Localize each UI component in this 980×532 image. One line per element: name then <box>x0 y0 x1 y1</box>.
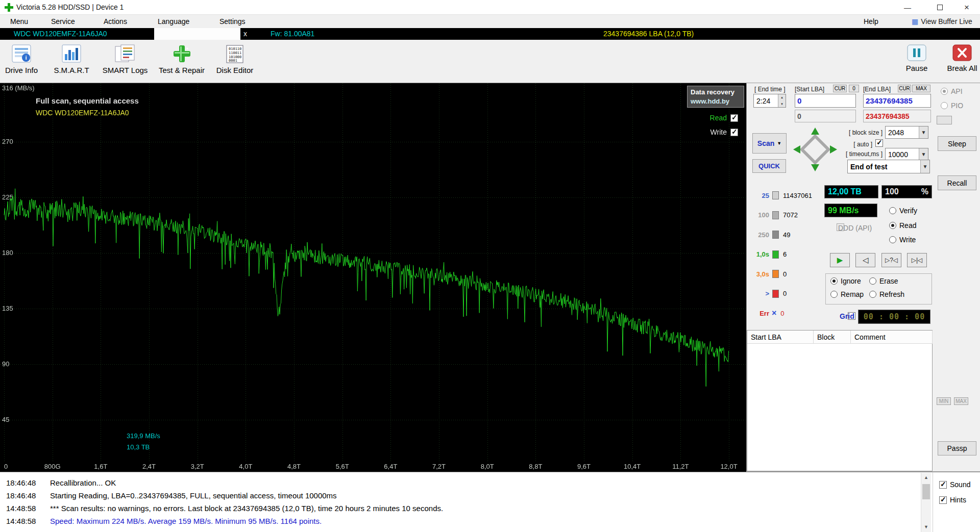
hints-checkbox[interactable] <box>939 496 947 504</box>
chevron-down-icon: ▼ <box>919 126 928 138</box>
counter-row[interactable]: 1,0s6 <box>751 249 787 260</box>
end-lba-input[interactable]: 23437694385 <box>863 94 931 108</box>
window-title: Victoria 5.28 HDD/SSD | Device 1 <box>16 3 124 11</box>
menu-item-language[interactable]: Language <box>154 15 193 28</box>
speed-graph-canvas[interactable] <box>0 83 746 472</box>
log-line: 18:46:48Starting Reading, LBA=0..2343769… <box>0 489 914 501</box>
pause-button[interactable]: Pause <box>895 44 938 81</box>
close-button[interactable]: × <box>953 0 980 15</box>
block-size-select[interactable]: 2048 ▼ <box>885 126 928 139</box>
menu-item-help[interactable]: Help <box>860 15 883 28</box>
block-size-label: [ block size ] <box>837 129 883 136</box>
scroll-thumb[interactable] <box>922 484 930 499</box>
scroll-up-icon[interactable]: ▲ <box>921 473 931 482</box>
timeout-label: [ timeout,ms ] <box>834 150 883 158</box>
menu-item-settings[interactable]: Settings <box>215 15 250 28</box>
ignore-radio[interactable]: Ignore <box>830 277 861 285</box>
sound-checkbox[interactable] <box>939 481 947 489</box>
scroll-down-icon[interactable]: ▼ <box>921 522 931 531</box>
remap-radio[interactable]: Remap <box>830 290 864 298</box>
read-radio-circle[interactable] <box>889 222 896 229</box>
direction-dpad[interactable] <box>792 126 839 173</box>
mini-indicator-button[interactable] <box>937 116 952 124</box>
test-repair-button[interactable]: Test & Repair <box>160 44 203 81</box>
hints-label: Hints <box>950 496 966 504</box>
auto-checkbox[interactable] <box>875 139 883 147</box>
view-buffer-live[interactable]: ▦View Buffer Live <box>908 15 976 28</box>
counter-row[interactable]: Err×0 <box>751 308 785 318</box>
recall-button[interactable]: Recall <box>938 175 976 190</box>
remap-radio-circle[interactable] <box>830 291 838 298</box>
spin-up-icon[interactable]: ▴ <box>778 94 786 101</box>
write-radio[interactable]: Write <box>889 236 916 244</box>
write-radio-circle[interactable] <box>889 236 896 243</box>
transport-end-button[interactable]: ▷|◁ <box>907 253 927 267</box>
smart-button[interactable]: S.M.A.R.T <box>50 44 93 81</box>
test-repair-icon <box>170 44 193 64</box>
smart-logs-button[interactable]: SMART Logs <box>104 44 146 81</box>
sleep-button[interactable]: Sleep <box>938 136 976 151</box>
end-time-spinner[interactable]: 2:24 ▴▾ <box>753 94 786 108</box>
start-lba-zero-button[interactable]: 0 <box>849 85 859 92</box>
ignore-radio-circle[interactable] <box>830 277 838 285</box>
counter-row[interactable]: 1007072 <box>751 210 798 220</box>
verify-radio[interactable]: Verify <box>889 207 917 215</box>
end-lba-max-button[interactable]: MAX <box>912 85 930 92</box>
api-radio-circle[interactable] <box>941 88 948 95</box>
ddd-api-label: DDD (API) <box>838 224 872 232</box>
disk-editor-button[interactable]: 0101101100111010000001 Disk Editor <box>213 44 256 81</box>
minimize-button[interactable]: — <box>894 0 921 15</box>
menu-item-service[interactable]: Service <box>47 15 79 28</box>
maximize-button[interactable] <box>926 0 953 15</box>
read-checkbox[interactable] <box>730 114 738 122</box>
scan-button[interactable]: Scan ▼ <box>752 133 787 154</box>
watermark-line1: Data recovery <box>691 88 741 97</box>
refresh-radio[interactable]: Refresh <box>869 290 904 298</box>
defect-table[interactable]: Start LBA Block Comment <box>747 330 933 471</box>
read-radio[interactable]: Read <box>889 221 916 230</box>
menu-item-actions[interactable]: Actions <box>100 15 131 28</box>
pio-radio-circle[interactable] <box>941 102 948 109</box>
sound-option[interactable]: Sound <box>939 480 970 489</box>
end-lba-cur-button[interactable]: CUR <box>898 85 911 92</box>
hints-option[interactable]: Hints <box>939 496 966 504</box>
end-of-test-select[interactable]: End of test ▼ <box>847 160 930 173</box>
counter-row[interactable]: 3,0s0 <box>751 269 787 279</box>
device-model-tab[interactable]: WDC WD120EMFZ-11A6JA0 <box>14 28 107 40</box>
counter-row[interactable]: >0 <box>751 289 787 299</box>
erase-radio-circle[interactable] <box>869 277 876 285</box>
counter-value: 0 <box>783 290 787 297</box>
mini-button-1[interactable]: MIN <box>937 397 951 405</box>
table-header-block: Block <box>814 331 851 344</box>
write-checkbox[interactable] <box>730 129 738 136</box>
erase-radio[interactable]: Erase <box>869 277 898 285</box>
device-active-tab[interactable] <box>154 28 240 40</box>
verify-radio-circle[interactable] <box>889 207 896 214</box>
transport-play-button[interactable]: ▶ <box>830 253 850 267</box>
device-tab-close[interactable]: x <box>243 28 247 40</box>
menu-item-menu[interactable]: Menu <box>6 15 32 28</box>
spin-down-icon[interactable]: ▾ <box>778 101 786 108</box>
mini-button-2[interactable]: MAX <box>954 397 968 405</box>
quick-button[interactable]: QUICK <box>752 159 786 173</box>
counter-row[interactable]: 2511437061 <box>751 190 812 200</box>
log-time: 14:48:58 <box>6 504 36 513</box>
timeout-select[interactable]: 10000 ▼ <box>885 148 928 161</box>
pio-radio[interactable]: PIO <box>941 102 963 110</box>
counter-row[interactable]: 25049 <box>751 230 790 240</box>
passp-button[interactable]: Passp <box>938 441 976 455</box>
break-all-button[interactable]: Break All <box>941 44 980 81</box>
transport-jump-button[interactable]: ▷?◁ <box>881 253 901 267</box>
counter-value: 11437061 <box>783 192 812 199</box>
smart-label: S.M.A.R.T <box>54 66 89 74</box>
graph-device-label: WDC WD120EMFZ-11A6JA0 <box>36 109 129 117</box>
refresh-radio-circle[interactable] <box>869 291 876 298</box>
transport-reverse-button[interactable]: ◁ <box>855 253 875 267</box>
drive-info-button[interactable]: i Drive Info <box>0 44 43 81</box>
start-lba-input[interactable]: 0 <box>795 94 856 108</box>
pause-icon <box>906 44 927 62</box>
log-scrollbar[interactable]: ▲ ▼ <box>921 473 931 532</box>
sound-label: Sound <box>950 480 970 489</box>
start-lba-cur-button[interactable]: CUR <box>833 85 847 92</box>
api-radio[interactable]: API <box>941 87 963 95</box>
